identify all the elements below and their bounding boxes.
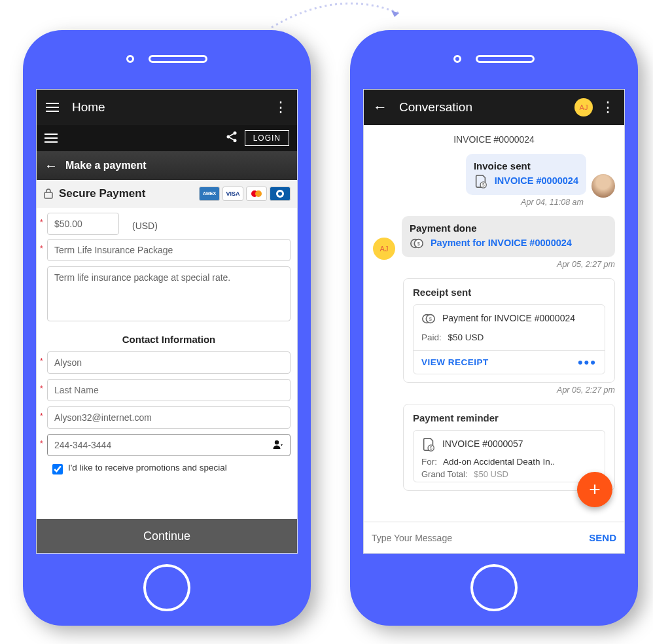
accepted-cards: AMEX VISA [199, 187, 291, 201]
menu-button[interactable] [46, 103, 63, 112]
screen-payment: Home ⋮ LOGIN ← Make a payment [36, 89, 298, 554]
message-outgoing: Invoice sent $ INVOICE #0000024 [373, 154, 615, 198]
lock-icon [43, 188, 54, 200]
home-button[interactable] [470, 564, 518, 611]
message-time: Apr 05, 2:27 pm [373, 385, 615, 395]
login-button[interactable]: LOGIN [245, 130, 289, 146]
secure-label: Secure Payment [59, 187, 145, 200]
card-title: Payment reminder [413, 412, 605, 423]
message-input[interactable] [372, 533, 582, 543]
share-button[interactable] [225, 130, 238, 147]
continue-button[interactable]: Continue [37, 519, 297, 553]
svg-text:$: $ [429, 316, 432, 322]
share-icon [225, 130, 238, 143]
view-receipt-button[interactable]: VIEW RECEIPT [421, 357, 489, 367]
required-marker: * [40, 412, 43, 421]
required-marker: * [40, 218, 43, 227]
continue-label: Continue [143, 529, 190, 543]
last-name-input[interactable] [47, 379, 291, 401]
message-incoming: AJ Payment done $ Payment for INVOICE #0… [373, 216, 615, 260]
overflow-menu-button[interactable]: ⋮ [601, 99, 615, 116]
svg-point-5 [255, 190, 262, 197]
message-time: Apr 04, 11:08 am [373, 198, 584, 207]
card-menu-button[interactable]: ••• [578, 359, 597, 366]
sender-avatar[interactable] [591, 174, 615, 198]
svg-point-8 [275, 440, 279, 444]
secondary-menu-button[interactable] [44, 134, 58, 143]
phone-frame-right: ← Conversation AJ ⋮ INVOICE #0000024 Inv… [350, 30, 638, 626]
back-button[interactable]: ← [373, 99, 390, 116]
appbar: Home ⋮ [37, 90, 297, 125]
package-input[interactable] [47, 239, 291, 261]
amount-input[interactable] [47, 213, 119, 235]
user-avatar[interactable]: AJ [574, 98, 593, 116]
paid-value: $50 USD [448, 332, 484, 342]
payment-link[interactable]: $ Payment for INVOICE #0000024 [410, 236, 607, 251]
hamburger-icon [46, 103, 59, 112]
receipt-link[interactable]: $ Payment for INVOICE #0000024 [421, 312, 597, 326]
message-title: Payment done [410, 223, 607, 234]
plus-icon: + [589, 478, 601, 501]
screen-conversation: ← Conversation AJ ⋮ INVOICE #0000024 Inv… [363, 89, 625, 554]
message-time: Apr 05, 2:27 pm [373, 260, 615, 269]
send-button[interactable]: SEND [589, 532, 616, 543]
payment-form: * (USD) * Term life insurance package at… [37, 207, 297, 474]
description-input[interactable]: Term life insurance package at special r… [47, 266, 291, 321]
for-value: Add-on Accidental Death In.. [443, 457, 555, 467]
currency-label: (USD) [132, 221, 158, 231]
required-marker: * [40, 384, 43, 393]
overflow-menu-button[interactable]: ⋮ [274, 99, 288, 116]
phone-frame-left: Home ⋮ LOGIN ← Make a payment [23, 30, 311, 626]
compose-fab[interactable]: + [577, 472, 612, 507]
contact-picker-button[interactable] [272, 439, 284, 454]
secure-payment-row: Secure Payment AMEX VISA [37, 180, 297, 207]
card-diners-icon [270, 187, 291, 201]
svg-point-2 [233, 139, 236, 142]
svg-point-7 [278, 192, 282, 196]
first-name-input[interactable] [47, 351, 291, 374]
required-marker: * [40, 244, 43, 253]
person-icon [272, 439, 284, 451]
speaker-icon [149, 55, 207, 63]
secondary-toolbar: LOGIN [37, 125, 297, 151]
speaker-icon [476, 55, 535, 63]
coins-icon: $ [410, 236, 424, 251]
svg-point-1 [226, 135, 230, 138]
promo-checkbox[interactable] [52, 464, 63, 474]
svg-text:$: $ [430, 446, 432, 450]
camera-icon [126, 55, 134, 63]
flow-arrow [268, 0, 406, 34]
card-amex-icon: AMEX [199, 187, 220, 201]
svg-point-0 [233, 131, 236, 134]
receipt-card: Receipt sent $ Payment for INVOICE #0000… [403, 278, 615, 383]
page-title: Make a payment [65, 160, 147, 171]
card-mastercard-icon [246, 187, 267, 201]
user-avatar-small[interactable]: AJ [373, 238, 395, 260]
document-icon: $ [421, 437, 436, 452]
total-label: Grand Total: [421, 469, 468, 479]
appbar-title: Home [63, 100, 274, 115]
required-marker: * [40, 439, 43, 448]
camera-icon [453, 55, 461, 63]
home-button[interactable] [143, 564, 190, 611]
phone-notch [350, 55, 638, 63]
email-input[interactable] [47, 406, 291, 429]
required-marker: * [40, 357, 43, 366]
paid-label: Paid: [421, 332, 442, 342]
invoice-header: INVOICE #0000024 [373, 134, 615, 145]
back-button[interactable]: ← [44, 158, 58, 173]
appbar-title: Conversation [390, 100, 574, 115]
appbar: ← Conversation AJ ⋮ [364, 90, 624, 125]
hamburger-icon [44, 134, 58, 143]
svg-rect-3 [44, 192, 52, 198]
card-visa-icon: VISA [222, 187, 243, 201]
invoice-link[interactable]: $ INVOICE #0000024 [474, 174, 578, 188]
phone-input[interactable] [47, 434, 291, 456]
compose-bar: SEND [364, 522, 624, 553]
svg-text:$: $ [417, 241, 420, 247]
reminder-invoice-link[interactable]: $ INVOICE #0000057 [421, 437, 597, 452]
for-label: For: [421, 457, 437, 467]
promo-label: I'd like to receive promotions and speci… [68, 463, 227, 473]
conversation-body: INVOICE #0000024 Invoice sent $ INVOICE … [364, 125, 624, 522]
contact-heading: Contact Information [47, 334, 291, 345]
